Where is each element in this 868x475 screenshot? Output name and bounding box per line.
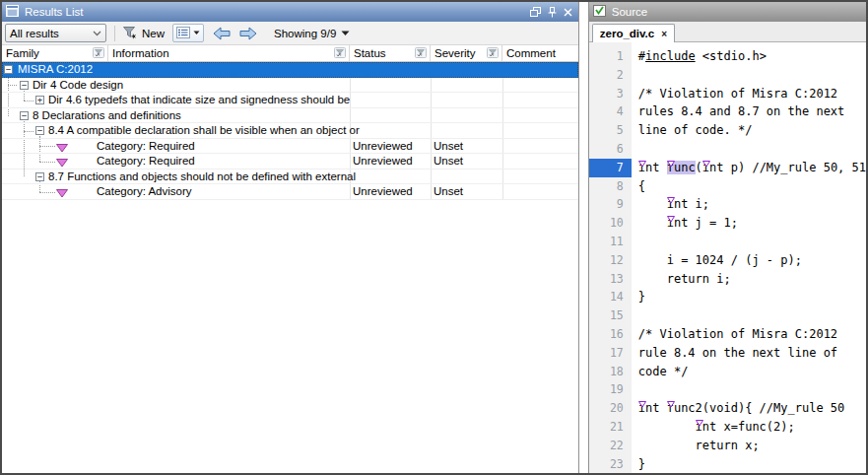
result-row[interactable]: Category: RequiredUnreviewedUnset [2,154,578,170]
column-filter-icon[interactable] [334,47,346,60]
line-number: 14 [589,288,632,306]
source-view: 1234567891011121314151617181920212223 #i… [589,42,866,473]
collapse-icon[interactable]: − [20,111,29,120]
code-line[interactable]: int x=func(2); [638,418,866,437]
column-header-information[interactable]: Information [108,45,350,61]
previous-result-icon[interactable] [213,27,231,40]
filter-new-icon[interactable] [123,27,137,39]
violation-marker-icon[interactable] [696,414,703,433]
line-number: 20 [589,399,632,418]
violation-marker-icon[interactable] [667,210,675,229]
code-line[interactable]: line of code. */ [638,121,866,140]
code-line[interactable]: #include <stdio.h> [638,47,866,66]
results-filter-dropdown[interactable]: All results [5,24,106,42]
pin-icon[interactable] [548,7,557,18]
close-icon[interactable] [564,8,572,17]
line-number: 5 [589,121,632,140]
polyspace-window: Results List All results [0,0,868,475]
code-line[interactable]: rules 8.4 and 8.7 on the next [638,102,866,121]
tab-zero-div-c[interactable]: zero_div.c × [592,24,675,42]
code-line[interactable] [638,233,866,251]
column-filter-icon[interactable] [93,47,104,60]
violation-marker-icon[interactable] [667,191,675,210]
tree-row-label: 8.4 A compatible declaration shall be vi… [48,124,360,136]
results-list-icon [6,5,19,19]
source-title: Source [612,6,647,18]
expand-icon[interactable]: + [35,96,44,104]
line-number: 22 [589,437,632,455]
code-line[interactable]: } [638,288,866,306]
column-filter-icon[interactable] [415,47,427,60]
line-number: 16 [589,325,632,344]
code-line[interactable] [638,66,866,85]
code-line[interactable]: int func(int p) //My_rule 50, 51 [638,159,866,177]
tree-row[interactable]: −MISRA C:2012 [2,62,578,78]
tree-row[interactable]: −Dir 4 Code design [2,78,578,94]
tree-row[interactable]: −8 Declarations and definitions [2,108,578,124]
filter-new-label: New [142,28,165,39]
showing-dropdown[interactable]: Showing 9/9 [274,28,350,39]
tree-row-label: 8 Declarations and definitions [33,109,181,121]
results-list-panel: Results List All results [2,2,579,473]
showing-label: Showing 9/9 [274,28,336,39]
code-line[interactable]: /* Violation of Misra C:2012 [638,325,866,344]
misra-check-icon [56,143,68,155]
column-header-comment[interactable]: Comment [502,45,578,61]
code-line[interactable]: } [638,455,866,473]
view-menu-button[interactable] [172,24,204,42]
code-line[interactable]: rule 8.4 on the next line of [638,344,866,363]
code-line[interactable]: i = 1024 / (j - p); [638,251,866,270]
column-filter-icon[interactable] [487,47,499,60]
result-severity: Unset [434,140,463,152]
line-number: 10 [589,214,632,233]
panel-splitter[interactable] [579,2,588,473]
line-number: 1 [589,47,632,66]
results-list-title: Results List [25,6,83,18]
results-column-header: Family Information Status Severity [2,45,578,62]
column-header-status[interactable]: Status [350,45,431,61]
line-number: 21 [589,418,632,437]
violation-marker-icon[interactable] [638,155,646,173]
collapse-icon[interactable]: − [35,126,44,135]
code-line[interactable]: /* Violation of Misra C:2012 [638,85,866,103]
line-number: 15 [589,306,632,325]
line-number-gutter: 1234567891011121314151617181920212223 [589,42,632,473]
tree-row[interactable]: −8.4 A compatible declaration shall be v… [2,123,578,139]
collapse-icon[interactable]: − [4,65,13,74]
collapse-icon[interactable]: − [35,172,44,181]
code-line[interactable]: int j = 1; [638,214,866,233]
tree-row-label: MISRA C:2012 [18,63,93,75]
next-result-icon[interactable] [239,27,257,40]
line-number: 8 [589,177,632,196]
source-titlebar: Source [589,2,866,22]
violation-marker-icon[interactable] [638,395,646,414]
tab-close-icon[interactable]: × [661,29,667,39]
results-filter-value: All results [10,28,59,39]
violation-marker-icon[interactable] [667,155,675,173]
line-number: 3 [589,85,632,103]
code-line[interactable]: return x; [638,437,866,455]
code-line[interactable]: int func2(void){ //My_rule 50 [638,399,866,418]
column-header-family[interactable]: Family [2,45,108,61]
tree-row-label: 8.7 Functions and objects should not be … [48,170,356,182]
tree-row[interactable]: −8.7 Functions and objects should not be… [2,170,578,185]
code-line[interactable] [638,306,866,325]
line-number: 2 [589,66,632,85]
source-panel: Source zero_div.c × 12345678910111213141… [588,2,866,473]
violation-marker-icon[interactable] [702,155,710,173]
code-line[interactable]: code */ [638,363,866,381]
collapse-icon[interactable]: − [20,81,29,90]
result-row[interactable]: Category: AdvisoryUnreviewedUnset [2,184,578,200]
source-check-icon [593,5,606,19]
result-row[interactable]: Category: RequiredUnreviewedUnset [2,139,578,155]
code-line[interactable]: return i; [638,270,866,289]
float-window-icon[interactable] [530,7,541,17]
result-status: Unreviewed [353,185,413,197]
tree-row[interactable]: +Dir 4.6 typedefs that indicate size and… [2,93,578,108]
result-information: Category: Required [97,155,195,167]
column-header-severity[interactable]: Severity [431,45,502,61]
result-status: Unreviewed [353,140,413,152]
chevron-down-icon [93,31,101,36]
violation-marker-icon[interactable] [667,395,675,414]
tree-row-label: Dir 4 Code design [33,79,123,91]
